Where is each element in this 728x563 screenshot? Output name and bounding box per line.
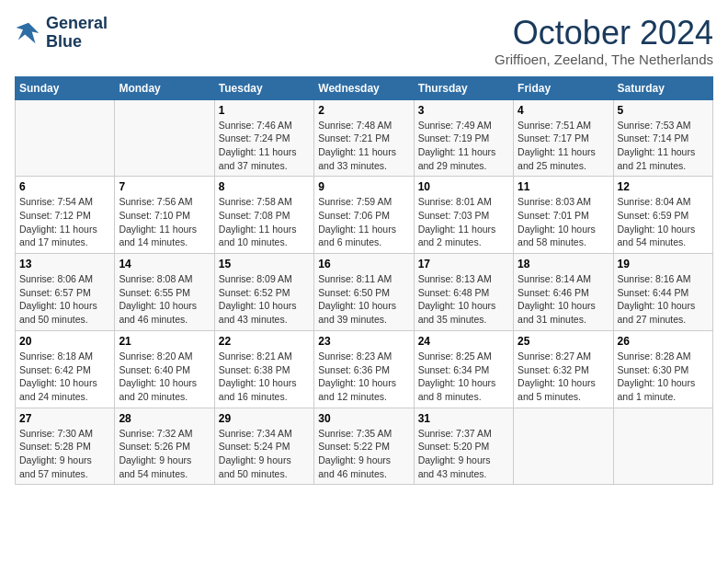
day-number: 18 (518, 258, 609, 270)
day-info: Sunrise: 7:34 AM Sunset: 5:24 PM Dayligh… (219, 427, 310, 481)
day-number: 13 (19, 258, 110, 270)
weekday-header: Thursday (414, 76, 513, 99)
calendar-cell: 3Sunrise: 7:49 AM Sunset: 7:19 PM Daylig… (414, 99, 513, 177)
location-text: Griffioen, Zeeland, The Netherlands (495, 52, 713, 67)
day-number: 11 (518, 180, 609, 193)
calendar-cell: 11Sunrise: 8:03 AM Sunset: 7:01 PM Dayli… (514, 177, 613, 254)
calendar-cell (613, 408, 712, 485)
day-number: 4 (518, 104, 609, 117)
day-number: 25 (518, 335, 609, 348)
day-info: Sunrise: 8:04 AM Sunset: 6:59 PM Dayligh… (618, 195, 709, 249)
day-number: 5 (618, 104, 709, 117)
day-number: 20 (19, 335, 110, 348)
weekday-header: Wednesday (314, 76, 414, 99)
calendar-cell: 27Sunrise: 7:30 AM Sunset: 5:28 PM Dayli… (16, 408, 115, 485)
day-number: 14 (119, 258, 210, 270)
day-info: Sunrise: 8:16 AM Sunset: 6:44 PM Dayligh… (618, 272, 709, 327)
svg-marker-0 (17, 23, 40, 44)
calendar-cell: 17Sunrise: 8:13 AM Sunset: 6:48 PM Dayli… (414, 254, 513, 331)
calendar-cell: 16Sunrise: 8:11 AM Sunset: 6:50 PM Dayli… (314, 254, 414, 331)
day-number: 17 (418, 258, 509, 270)
day-number: 7 (119, 180, 210, 193)
day-info: Sunrise: 7:51 AM Sunset: 7:17 PM Dayligh… (518, 119, 609, 173)
weekday-header: Monday (115, 76, 214, 99)
day-number: 24 (418, 335, 509, 348)
calendar-cell: 9Sunrise: 7:59 AM Sunset: 7:06 PM Daylig… (314, 177, 414, 254)
day-info: Sunrise: 8:08 AM Sunset: 6:55 PM Dayligh… (119, 272, 210, 327)
day-number: 1 (219, 104, 310, 117)
day-number: 2 (318, 104, 409, 117)
weekday-header: Saturday (613, 76, 712, 99)
calendar-cell: 8Sunrise: 7:58 AM Sunset: 7:08 PM Daylig… (214, 177, 313, 254)
day-number: 3 (418, 104, 509, 117)
calendar-cell: 19Sunrise: 8:16 AM Sunset: 6:44 PM Dayli… (613, 254, 712, 331)
day-number: 28 (119, 412, 210, 425)
calendar-cell: 12Sunrise: 8:04 AM Sunset: 6:59 PM Dayli… (613, 177, 712, 254)
calendar-cell: 13Sunrise: 8:06 AM Sunset: 6:57 PM Dayli… (16, 254, 115, 331)
day-info: Sunrise: 7:56 AM Sunset: 7:10 PM Dayligh… (119, 195, 210, 249)
logo-text: General Blue (46, 15, 108, 52)
calendar-cell: 20Sunrise: 8:18 AM Sunset: 6:42 PM Dayli… (16, 330, 115, 408)
day-info: Sunrise: 8:11 AM Sunset: 6:50 PM Dayligh… (318, 272, 409, 327)
title-section: October 2024 Griffioen, Zeeland, The Net… (495, 15, 713, 67)
calendar-cell: 28Sunrise: 7:32 AM Sunset: 5:26 PM Dayli… (115, 408, 214, 485)
day-info: Sunrise: 7:54 AM Sunset: 7:12 PM Dayligh… (19, 195, 110, 249)
calendar-cell: 6Sunrise: 7:54 AM Sunset: 7:12 PM Daylig… (16, 177, 115, 254)
day-info: Sunrise: 8:14 AM Sunset: 6:46 PM Dayligh… (518, 272, 609, 327)
calendar-table: SundayMondayTuesdayWednesdayThursdayFrid… (15, 76, 713, 486)
calendar-cell: 25Sunrise: 8:27 AM Sunset: 6:32 PM Dayli… (514, 330, 613, 408)
day-number: 9 (318, 180, 409, 193)
day-info: Sunrise: 8:18 AM Sunset: 6:42 PM Dayligh… (19, 350, 110, 404)
calendar-cell: 14Sunrise: 8:08 AM Sunset: 6:55 PM Dayli… (115, 254, 214, 331)
calendar-cell: 21Sunrise: 8:20 AM Sunset: 6:40 PM Dayli… (115, 330, 214, 408)
calendar-cell: 18Sunrise: 8:14 AM Sunset: 6:46 PM Dayli… (514, 254, 613, 331)
day-number: 31 (418, 412, 509, 425)
calendar-week-row: 6Sunrise: 7:54 AM Sunset: 7:12 PM Daylig… (16, 177, 713, 254)
calendar-week-row: 1Sunrise: 7:46 AM Sunset: 7:24 PM Daylig… (16, 99, 713, 177)
weekday-header: Friday (514, 76, 613, 99)
calendar-week-row: 20Sunrise: 8:18 AM Sunset: 6:42 PM Dayli… (16, 330, 713, 408)
calendar-cell (115, 99, 214, 177)
day-info: Sunrise: 7:37 AM Sunset: 5:20 PM Dayligh… (418, 427, 509, 481)
calendar-cell: 30Sunrise: 7:35 AM Sunset: 5:22 PM Dayli… (314, 408, 414, 485)
calendar-cell: 15Sunrise: 8:09 AM Sunset: 6:52 PM Dayli… (214, 254, 313, 331)
calendar-cell: 29Sunrise: 7:34 AM Sunset: 5:24 PM Dayli… (214, 408, 313, 485)
calendar-cell: 5Sunrise: 7:53 AM Sunset: 7:14 PM Daylig… (613, 99, 712, 177)
day-info: Sunrise: 8:09 AM Sunset: 6:52 PM Dayligh… (219, 272, 310, 327)
day-number: 12 (618, 180, 709, 193)
day-number: 22 (219, 335, 310, 348)
weekday-header: Tuesday (214, 76, 313, 99)
month-title: October 2024 (495, 15, 713, 52)
logo: General Blue (15, 15, 108, 52)
calendar-cell: 10Sunrise: 8:01 AM Sunset: 7:03 PM Dayli… (414, 177, 513, 254)
calendar-cell: 7Sunrise: 7:56 AM Sunset: 7:10 PM Daylig… (115, 177, 214, 254)
day-number: 10 (418, 180, 509, 193)
day-info: Sunrise: 8:06 AM Sunset: 6:57 PM Dayligh… (19, 272, 110, 327)
calendar-cell: 22Sunrise: 8:21 AM Sunset: 6:38 PM Dayli… (214, 330, 313, 408)
calendar-cell: 4Sunrise: 7:51 AM Sunset: 7:17 PM Daylig… (514, 99, 613, 177)
logo-icon (15, 19, 42, 47)
day-number: 21 (119, 335, 210, 348)
day-info: Sunrise: 8:27 AM Sunset: 6:32 PM Dayligh… (518, 350, 609, 404)
calendar-cell: 2Sunrise: 7:48 AM Sunset: 7:21 PM Daylig… (314, 99, 414, 177)
day-info: Sunrise: 8:23 AM Sunset: 6:36 PM Dayligh… (318, 350, 409, 404)
day-info: Sunrise: 8:25 AM Sunset: 6:34 PM Dayligh… (418, 350, 509, 404)
day-info: Sunrise: 7:59 AM Sunset: 7:06 PM Dayligh… (318, 195, 409, 249)
calendar-week-row: 27Sunrise: 7:30 AM Sunset: 5:28 PM Dayli… (16, 408, 713, 485)
weekday-header: Sunday (16, 76, 115, 99)
day-info: Sunrise: 7:48 AM Sunset: 7:21 PM Dayligh… (318, 119, 409, 173)
day-number: 29 (219, 412, 310, 425)
day-number: 27 (19, 412, 110, 425)
day-info: Sunrise: 7:30 AM Sunset: 5:28 PM Dayligh… (19, 427, 110, 481)
calendar-cell: 1Sunrise: 7:46 AM Sunset: 7:24 PM Daylig… (214, 99, 313, 177)
day-info: Sunrise: 7:32 AM Sunset: 5:26 PM Dayligh… (119, 427, 210, 481)
day-info: Sunrise: 8:01 AM Sunset: 7:03 PM Dayligh… (418, 195, 509, 249)
day-number: 6 (19, 180, 110, 193)
day-info: Sunrise: 8:28 AM Sunset: 6:30 PM Dayligh… (618, 350, 709, 404)
day-info: Sunrise: 8:13 AM Sunset: 6:48 PM Dayligh… (418, 272, 509, 327)
calendar-cell (16, 99, 115, 177)
calendar-cell (514, 408, 613, 485)
day-number: 26 (618, 335, 709, 348)
day-info: Sunrise: 7:49 AM Sunset: 7:19 PM Dayligh… (418, 119, 509, 173)
calendar-cell: 26Sunrise: 8:28 AM Sunset: 6:30 PM Dayli… (613, 330, 712, 408)
